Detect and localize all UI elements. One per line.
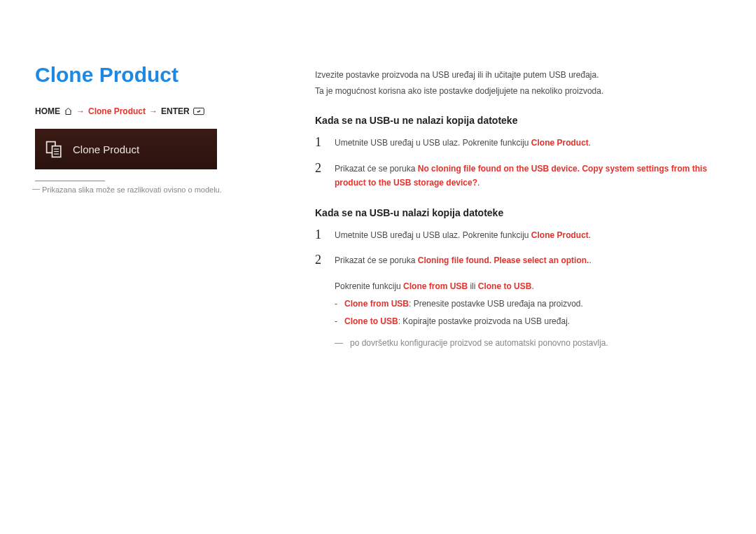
- step-number: 1: [315, 136, 325, 150]
- clone-from-usb-label: Clone from USB: [344, 299, 409, 309]
- enter-icon: [193, 107, 204, 115]
- text: Prikazat će se poruka: [335, 255, 418, 265]
- svg-rect-0: [193, 108, 204, 114]
- text: : Prenesite postavke USB uređaja na proi…: [409, 299, 583, 309]
- section1-step1: 1 Umetnite USB uređaj u USB ulaz. Pokren…: [315, 136, 721, 150]
- clone-from-usb-label: Clone from USB: [403, 281, 468, 291]
- section1-step2: 2 Prikazat će se poruka No cloning file …: [315, 162, 721, 190]
- text: .: [589, 138, 591, 148]
- section2-step2: 2 Prikazat će se poruka Cloning file fou…: [315, 253, 721, 267]
- message-text: Cloning file found. Please select an opt…: [418, 255, 589, 265]
- text: Prikazat će se poruka: [335, 164, 418, 174]
- step-body: Prikazat će se poruka No cloning file fo…: [335, 162, 721, 190]
- breadcrumb-home: HOME: [35, 106, 60, 116]
- option1-line: Clone from USB: Prenesite postavke USB u…: [335, 296, 721, 312]
- final-note: po dovršetku konfiguracije proizvod se a…: [335, 335, 721, 351]
- device-tile: Clone Product: [35, 129, 217, 169]
- text: .: [477, 178, 479, 188]
- step-body: Umetnite USB uređaj u USB ulaz. Pokrenit…: [335, 136, 721, 150]
- breadcrumb: HOME → Clone Product → ENTER: [35, 106, 273, 116]
- footnote-rule: [35, 181, 105, 181]
- intro-line-1: Izvezite postavke proizvoda na USB uređa…: [315, 69, 721, 82]
- clone-product-label: Clone Product: [531, 138, 589, 148]
- home-icon: [64, 107, 73, 115]
- text: .: [589, 255, 591, 265]
- right-column: Izvezite postavke proizvoda na USB uređa…: [315, 63, 721, 353]
- clone-product-label: Clone Product: [531, 230, 589, 240]
- section2-heading: Kada se na USB-u nalazi kopija datoteke: [315, 207, 721, 218]
- text: Umetnite USB uređaj u USB ulaz. Pokrenit…: [335, 230, 531, 240]
- clone-to-usb-label: Clone to USB: [478, 281, 532, 291]
- clone-to-usb-label: Clone to USB: [344, 316, 398, 326]
- page-title: Clone Product: [35, 63, 273, 87]
- breadcrumb-arrow-2: →: [149, 106, 158, 116]
- clone-product-icon: [45, 139, 64, 159]
- step-number: 1: [315, 228, 325, 242]
- step-number: 2: [315, 253, 325, 267]
- run-instruction: Pokrenite funkciju Clone from USB ili Cl…: [335, 279, 721, 295]
- breadcrumb-item: Clone Product: [88, 106, 146, 116]
- text: : Kopirajte postavke proizvoda na USB ur…: [398, 316, 570, 326]
- tile-label: Clone Product: [73, 143, 139, 155]
- left-column: Clone Product HOME → Clone Product → ENT…: [35, 63, 273, 353]
- text: ili: [468, 281, 478, 291]
- step-body: Prikazat će se poruka Cloning file found…: [335, 253, 721, 267]
- text: .: [531, 281, 533, 291]
- step-body: Umetnite USB uređaj u USB ulaz. Pokrenit…: [335, 228, 721, 242]
- breadcrumb-arrow-1: →: [76, 106, 85, 116]
- page: Clone Product HOME → Clone Product → ENT…: [35, 63, 721, 353]
- section1-heading: Kada se na USB-u ne nalazi kopija datote…: [315, 115, 721, 126]
- step-number: 2: [315, 162, 325, 190]
- left-footnote: Prikazana slika može se razlikovati ovis…: [35, 185, 273, 194]
- section2-step1: 1 Umetnite USB uređaj u USB ulaz. Pokren…: [315, 228, 721, 242]
- text: .: [589, 230, 591, 240]
- breadcrumb-enter: ENTER: [161, 106, 190, 116]
- intro-line-2: Ta je mogućnost korisna ako iste postavk…: [315, 85, 721, 98]
- option2-line: Clone to USB: Kopirajte postavke proizvo…: [335, 314, 721, 330]
- text: Pokrenite funkciju: [335, 281, 403, 291]
- text: Umetnite USB uređaj u USB ulaz. Pokrenit…: [335, 138, 531, 148]
